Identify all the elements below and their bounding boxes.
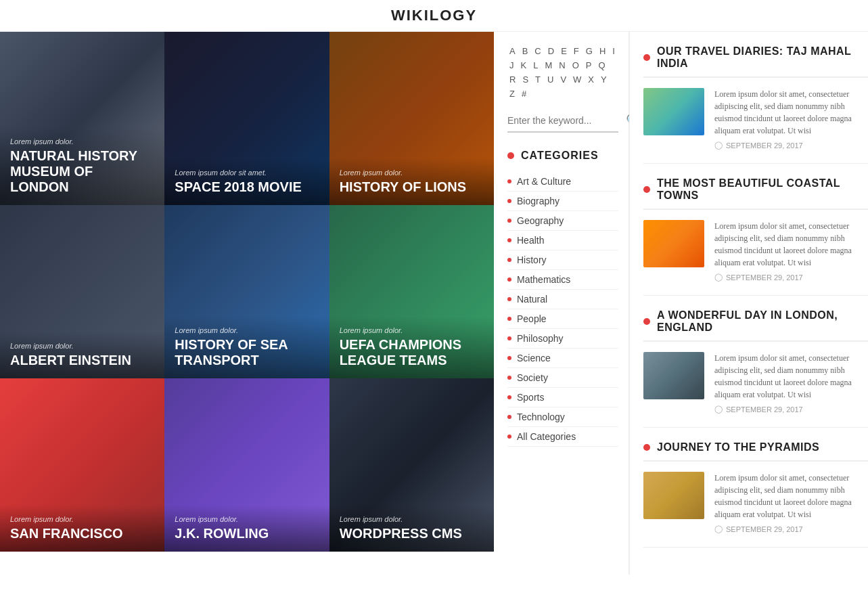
article-section-title[interactable]: A WONDERFUL DAY IN LONDON, ENGLAND (643, 309, 868, 342)
alphabet-item[interactable]: P (584, 60, 594, 71)
alphabet-item[interactable]: L (531, 60, 540, 71)
alphabet-item[interactable]: I (610, 45, 617, 57)
article-content: Lorem ipsum dolor sit amet, consectetuer… (714, 220, 868, 282)
category-item[interactable]: Biography (507, 192, 618, 211)
category-label: All Categories (517, 431, 576, 442)
article-section-title[interactable]: JOURNEY TO THE PYRAMIDS (643, 441, 868, 462)
logo[interactable]: WIKILOGY (0, 7, 868, 24)
alphabet-item[interactable]: M (543, 60, 554, 71)
article-section-title[interactable]: THE MOST BEAUTIFUL COASTAL TOWNS (643, 177, 868, 210)
clock-icon: ◯ (714, 525, 723, 533)
left-sidebar: ABCDEFGHIJKLMNOPQRSTUVWXYZ# 🔍 CATEGORIES… (494, 32, 629, 575)
category-bullet-icon (507, 238, 511, 242)
alphabet-item[interactable]: B (520, 45, 530, 57)
categories-title: CATEGORIES (507, 150, 618, 162)
clock-icon: ◯ (714, 141, 723, 150)
grid-item[interactable]: Lorem ipsum dolor sit amet. SPACE 2018 M… (164, 32, 329, 205)
alphabet-item[interactable]: A (507, 45, 518, 57)
alphabet-item[interactable]: X (586, 74, 596, 85)
category-item[interactable]: Natural (507, 290, 618, 309)
alphabet-item[interactable]: G (584, 45, 595, 57)
category-item[interactable]: All Categories (507, 427, 618, 447)
article-section: A WONDERFUL DAY IN LONDON, ENGLAND Lorem… (643, 309, 868, 428)
article-thumbnail[interactable] (643, 472, 704, 519)
category-item[interactable]: Philosophy (507, 329, 618, 349)
article-description: Lorem ipsum dolor sit amet, consectetuer… (714, 220, 868, 269)
photo-grid: Lorem ipsum dolor. NATURAL HISTORY MUSEU… (0, 32, 494, 575)
alphabet-item[interactable]: V (558, 74, 568, 85)
alphabet-item[interactable]: Y (599, 74, 609, 85)
alphabet-item[interactable]: N (557, 60, 567, 71)
grid-overlay: Lorem ipsum dolor. SAN FRANCISCO (0, 505, 164, 552)
article-section: OUR TRAVEL DIARIES: TAJ MAHAL INDIA Lore… (643, 45, 868, 164)
category-item[interactable]: Mathematics (507, 270, 618, 290)
alphabet-item[interactable]: # (520, 88, 528, 99)
alphabet-item[interactable]: Z (507, 88, 517, 99)
grid-overlay: Lorem ipsum dolor. NATURAL HISTORY MUSEU… (0, 127, 164, 205)
article-date: ◯ SEPTEMBER 29, 2017 (714, 273, 868, 282)
article-section-title[interactable]: OUR TRAVEL DIARIES: TAJ MAHAL INDIA (643, 45, 868, 78)
grid-subtitle: Lorem ipsum dolor. (175, 326, 319, 334)
grid-item[interactable]: Lorem ipsum dolor. HISTORY OF LIONS (329, 32, 494, 205)
grid-item[interactable]: Lorem ipsum dolor. WORDPRESS CMS (329, 378, 494, 552)
alphabet-item[interactable]: O (570, 60, 581, 71)
category-item[interactable]: Health (507, 231, 618, 250)
article-thumbnail[interactable] (643, 88, 704, 135)
grid-item[interactable]: Lorem ipsum dolor. SAN FRANCISCO (0, 378, 164, 552)
article-card: Lorem ipsum dolor sit amet, consectetuer… (643, 220, 868, 296)
search-box: 🔍 (507, 113, 618, 133)
grid-subtitle: Lorem ipsum dolor. (175, 515, 319, 523)
alphabet-nav: ABCDEFGHIJKLMNOPQRSTUVWXYZ# (507, 45, 618, 99)
article-date: ◯ SEPTEMBER 29, 2017 (714, 525, 868, 533)
alphabet-item[interactable]: W (571, 74, 583, 85)
grid-item[interactable]: Lorem ipsum dolor. NATURAL HISTORY MUSEU… (0, 32, 164, 205)
alphabet-item[interactable]: U (545, 74, 555, 85)
article-thumbnail[interactable] (643, 352, 704, 399)
category-item[interactable]: Science (507, 349, 618, 368)
grid-title: WORDPRESS CMS (340, 526, 484, 541)
category-item[interactable]: Sports (507, 388, 618, 407)
article-date: ◯ SEPTEMBER 29, 2017 (714, 405, 868, 414)
alphabet-item[interactable]: D (546, 45, 556, 57)
alphabet-item[interactable]: K (519, 60, 529, 71)
grid-item[interactable]: Lorem ipsum dolor. UEFA CHAMPIONS LEAGUE… (329, 205, 494, 378)
category-item[interactable]: Society (507, 368, 618, 388)
category-bullet-icon (507, 258, 511, 262)
alphabet-item[interactable]: E (559, 45, 569, 57)
article-section: THE MOST BEAUTIFUL COASTAL TOWNS Lorem i… (643, 177, 868, 296)
grid-item[interactable]: Lorem ipsum dolor. J.K. ROWLING (164, 378, 329, 552)
grid-title: HISTORY OF SEA TRANSPORT (175, 337, 319, 368)
grid-item[interactable]: Lorem ipsum dolor. HISTORY OF SEA TRANSP… (164, 205, 329, 378)
article-description: Lorem ipsum dolor sit amet, consectetuer… (714, 472, 868, 520)
grid-item[interactable]: Lorem ipsum dolor. ALBERT EINSTEIN (0, 205, 164, 378)
category-bullet-icon (507, 297, 511, 301)
main-container: Lorem ipsum dolor. NATURAL HISTORY MUSEU… (0, 32, 868, 575)
article-dot-icon (643, 444, 650, 451)
article-date-text: SEPTEMBER 29, 2017 (726, 273, 803, 282)
alphabet-item[interactable]: R (507, 74, 518, 85)
grid-title: SPACE 2018 MOVIE (175, 179, 319, 195)
category-item[interactable]: People (507, 309, 618, 329)
alphabet-item[interactable]: C (532, 45, 543, 57)
grid-title: J.K. ROWLING (175, 526, 319, 541)
category-item[interactable]: Technology (507, 407, 618, 427)
article-content: Lorem ipsum dolor sit amet, consectetuer… (714, 88, 868, 150)
article-section: JOURNEY TO THE PYRAMIDS Lorem ipsum dolo… (643, 441, 868, 548)
category-item[interactable]: Geography (507, 211, 618, 231)
search-input[interactable] (507, 115, 626, 126)
alphabet-item[interactable]: Q (596, 60, 607, 71)
alphabet-item[interactable]: S (520, 74, 530, 85)
alphabet-item[interactable]: T (533, 74, 543, 85)
article-date: ◯ SEPTEMBER 29, 2017 (714, 141, 868, 150)
category-item[interactable]: Art & Culture (507, 172, 618, 192)
category-item[interactable]: History (507, 250, 618, 270)
grid-overlay: Lorem ipsum dolor. J.K. ROWLING (164, 505, 329, 552)
alphabet-item[interactable]: F (572, 45, 581, 57)
article-thumbnail[interactable] (643, 220, 704, 267)
grid-overlay: Lorem ipsum dolor. HISTORY OF SEA TRANSP… (164, 316, 329, 378)
alphabet-item[interactable]: J (507, 60, 516, 71)
category-list: Art & CultureBiographyGeographyHealthHis… (507, 172, 618, 447)
grid-overlay: Lorem ipsum dolor sit amet. SPACE 2018 M… (164, 158, 329, 205)
alphabet-item[interactable]: H (597, 45, 608, 57)
category-bullet-icon (507, 336, 511, 340)
